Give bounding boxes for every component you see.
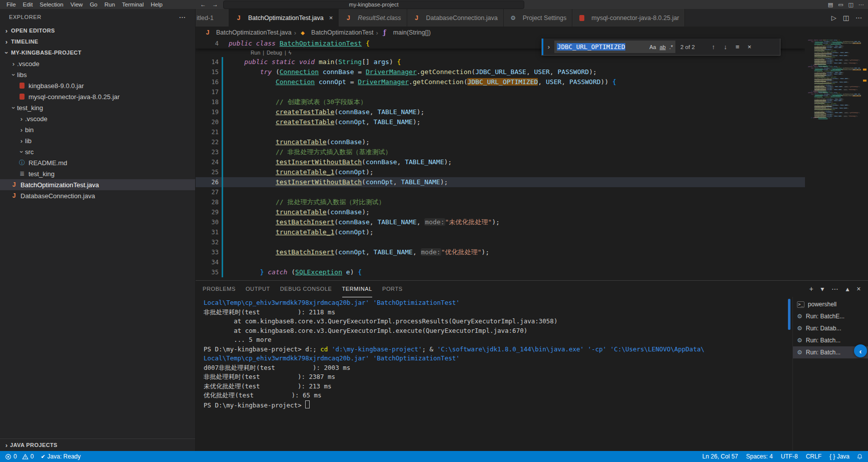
breakpoint-gutter[interactable]	[219, 97, 226, 107]
codelens-run[interactable]: Run	[251, 49, 260, 57]
run-java-icon[interactable]: ▷	[831, 14, 836, 22]
tree-item-libs[interactable]: ›libs	[0, 69, 195, 80]
tab-resultset-class[interactable]: JResultSet.class	[339, 9, 407, 27]
find-option-ab[interactable]: ab	[659, 44, 665, 50]
menu-selection[interactable]: Selection	[36, 2, 67, 8]
terminal-scrollbar-thumb[interactable]	[788, 299, 790, 330]
problems-status[interactable]: 0 0	[5, 453, 34, 460]
breakpoint-gutter[interactable]	[219, 57, 226, 67]
status-spaces-4[interactable]: Spaces: 4	[746, 453, 772, 460]
menu-help[interactable]: Help	[147, 2, 166, 8]
maximize-panel-icon[interactable]: ▴	[846, 285, 850, 293]
tab-databaseconnection-java[interactable]: JDatabaseConnection.java	[407, 9, 504, 27]
find-close-icon[interactable]: ×	[744, 43, 754, 51]
tree-item-readme-md[interactable]: ⓘREADME.md	[0, 157, 195, 168]
status-ln-26-col-57[interactable]: Ln 26, Col 57	[702, 453, 738, 460]
find-in-selection-icon[interactable]: ≡	[732, 43, 742, 51]
tree-item-batchoptimizationtest-java[interactable]: JBatchOptimizationTest.java	[0, 179, 195, 190]
tree-item-src[interactable]: ›src	[0, 146, 195, 157]
find-previous-icon[interactable]: ↑	[708, 43, 718, 51]
toggle-replace-icon[interactable]: ›	[545, 43, 552, 51]
codelens-extra-icon[interactable]: ϟ	[289, 49, 292, 57]
breakpoint-gutter[interactable]	[219, 87, 226, 97]
breakpoint-gutter[interactable]	[219, 227, 226, 237]
java-projects-section[interactable]: › JAVA PROJECTS	[0, 438, 195, 451]
breakpoint-gutter[interactable]	[219, 237, 226, 247]
terminal-dropdown-icon[interactable]: ▾	[820, 285, 824, 293]
panel-tab-terminal[interactable]: TERMINAL	[342, 281, 372, 297]
breadcrumb-item-batchoptimizationtest-java[interactable]: JBatchOptimizationTest.java	[204, 29, 292, 36]
explorer-more-icon[interactable]: ⋯	[179, 13, 186, 21]
menu-terminal[interactable]: Terminal	[119, 2, 147, 8]
close-panel-icon[interactable]: ×	[856, 285, 861, 293]
breakpoint-gutter[interactable]	[219, 217, 226, 227]
minimap[interactable]: public static void main(String[] args) {…	[805, 39, 861, 280]
nav-forward-icon[interactable]: →	[211, 1, 219, 8]
status-crlf[interactable]: CRLF	[806, 453, 821, 460]
overview-ruler[interactable]	[861, 39, 868, 280]
terminal-instance-run-datab[interactable]: ⚙Run: Datab...	[793, 322, 868, 334]
menu-go[interactable]: Go	[86, 2, 101, 8]
project-section-header[interactable]: › MY-KINGBASE-PROJECT	[0, 47, 195, 58]
tree-item-test-king[interactable]: ≣test_king	[0, 168, 195, 179]
panel-expand-button[interactable]: ‹	[854, 344, 867, 357]
terminal-instance-powershell[interactable]: >_powershell	[793, 298, 868, 310]
breakpoint-gutter[interactable]	[219, 137, 226, 147]
find-option-[interactable]: .*	[669, 44, 673, 50]
breadcrumb-item-batchoptimizationtest[interactable]: ◆BatchOptimizationTest	[299, 29, 373, 36]
menu-file[interactable]: File	[3, 2, 20, 8]
breakpoint-gutter[interactable]	[219, 157, 226, 167]
tree-item-mysql-connector-java-8-0-25-jar[interactable]: mysql-connector-java-8.0.25.jar	[0, 91, 195, 102]
breakpoint-gutter[interactable]	[219, 107, 226, 117]
tab-project-settings[interactable]: ⚙Project Settings	[504, 9, 573, 27]
tree-item-kingbase8-9-0-0-jar[interactable]: kingbase8-9.0.0.jar	[0, 80, 195, 91]
tab-close-icon[interactable]: ×	[329, 14, 333, 22]
breakpoint-gutter[interactable]	[219, 187, 226, 197]
terminal-scrollbar[interactable]	[785, 297, 792, 451]
section-timeline[interactable]: ›TIMELINE	[0, 36, 195, 47]
nav-back-icon[interactable]: ←	[199, 1, 207, 8]
bell-icon[interactable]	[856, 453, 863, 460]
panel-more-icon[interactable]: ⋯	[831, 285, 839, 293]
split-editor-icon[interactable]: ◫	[843, 14, 849, 22]
menu-view[interactable]: View	[67, 2, 87, 8]
toggle-panel-icon[interactable]: ▭	[838, 2, 843, 8]
breadcrumb-item-main-string[interactable]: ƒmain(String[])	[381, 29, 431, 36]
terminal-instance-run-batch[interactable]: ⚙Run: Batch...	[793, 334, 868, 346]
breakpoint-gutter[interactable]	[219, 67, 226, 77]
breakpoint-gutter[interactable]	[219, 117, 226, 127]
status-java[interactable]: { } Java	[829, 453, 849, 460]
find-option-aa[interactable]: Aa	[649, 44, 656, 50]
panel-tab-ports[interactable]: PORTS	[382, 281, 403, 297]
workspace-search-box[interactable]: my-kingbase-project	[223, 1, 524, 9]
customize-layout-icon[interactable]: ◫	[848, 2, 853, 8]
tree-item-lib[interactable]: ›lib	[0, 135, 195, 146]
panel-tab-debug-console[interactable]: DEBUG CONSOLE	[280, 281, 332, 297]
java-status[interactable]: ✔ Java: Ready	[41, 453, 81, 460]
panel-tab-output[interactable]: OUTPUT	[246, 281, 270, 297]
tab-mysql-connector-java-8-0-25-jar[interactable]: mysql-connector-java-8.0.25.jar	[572, 9, 685, 27]
menu-run[interactable]: Run	[101, 2, 119, 8]
new-terminal-icon[interactable]: +	[809, 285, 814, 293]
titlebar-more-icon[interactable]: ⋯	[858, 2, 864, 8]
tree-item-bin[interactable]: ›bin	[0, 124, 195, 135]
breakpoint-gutter[interactable]	[219, 257, 226, 267]
terminal[interactable]: Local\Temp\cp_ehiv3wrmdkk798xjrdmcaq20b.…	[196, 297, 785, 451]
tree-item-vscode[interactable]: ›.vscode	[0, 113, 195, 124]
code-editor[interactable]: 4 public class BatchOptimizationTest { R…	[196, 39, 805, 280]
breakpoint-gutter[interactable]	[219, 167, 226, 177]
breakpoint-gutter[interactable]	[219, 197, 226, 207]
breakpoint-gutter[interactable]	[219, 147, 226, 157]
find-next-icon[interactable]: ↓	[720, 43, 730, 51]
breakpoint-gutter[interactable]	[219, 177, 226, 187]
panel-tab-problems[interactable]: PROBLEMS	[203, 281, 236, 297]
terminal-instance-run-batche[interactable]: ⚙Run: BatchE...	[793, 310, 868, 322]
tab-itled-1[interactable]: itled-1	[196, 9, 229, 27]
tab-batchoptimizationtest-java[interactable]: JBatchOptimizationTest.java×	[229, 9, 339, 27]
menu-edit[interactable]: Edit	[20, 2, 37, 8]
breakpoint-gutter[interactable]	[219, 77, 226, 87]
section-open-editors[interactable]: ›OPEN EDITORS	[0, 25, 195, 36]
breakpoint-gutter[interactable]	[219, 247, 226, 257]
find-widget-sash[interactable]	[542, 39, 543, 55]
tree-item-databaseconnection-java[interactable]: JDatabaseConnection.java	[0, 190, 195, 201]
